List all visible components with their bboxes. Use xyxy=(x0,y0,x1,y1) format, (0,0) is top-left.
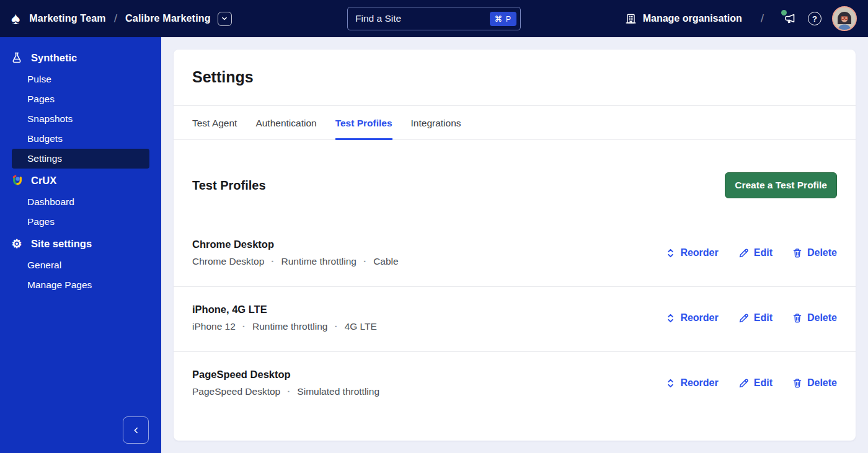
sidebar-item-general[interactable]: General xyxy=(12,255,149,275)
sidebar-item-manage-pages[interactable]: Manage Pages xyxy=(12,275,149,295)
profile-info: Chrome Desktop Chrome Desktop Runtime th… xyxy=(192,239,399,267)
section-title: Test Profiles xyxy=(192,178,266,193)
sidebar-section-site-settings[interactable]: ⚙ Site settings xyxy=(0,232,161,255)
delete-label: Delete xyxy=(807,247,837,258)
sidebar-item-label: Pulse xyxy=(27,74,51,85)
delete-button[interactable]: Delete xyxy=(792,312,837,323)
profile-name: Chrome Desktop xyxy=(192,239,399,250)
sidebar-item-settings[interactable]: Settings xyxy=(12,149,149,169)
search-placeholder: Find a Site xyxy=(355,13,490,24)
profile-detail: Cable xyxy=(356,256,399,267)
pencil-icon xyxy=(738,313,749,323)
reorder-button[interactable]: Reorder xyxy=(666,312,718,323)
sidebar-section-label: Synthetic xyxy=(31,52,77,64)
profile-name: iPhone, 4G LTE xyxy=(192,304,377,315)
sidebar-item-crux-pages[interactable]: Pages xyxy=(12,212,149,232)
profile-detail: Runtime throttling xyxy=(236,321,328,332)
test-profile-row: Chrome Desktop Chrome Desktop Runtime th… xyxy=(174,222,856,286)
trash-icon xyxy=(792,313,802,323)
reorder-icon xyxy=(666,248,675,258)
chevron-left-icon xyxy=(132,426,140,434)
sidebar-item-pages[interactable]: Pages xyxy=(12,89,149,109)
gear-icon: ⚙ xyxy=(10,238,24,250)
sidebar-collapse-button[interactable] xyxy=(123,416,149,444)
reorder-button[interactable]: Reorder xyxy=(666,377,718,389)
edit-label: Edit xyxy=(754,312,773,323)
sidebar-item-label: Settings xyxy=(27,153,62,164)
edit-button[interactable]: Edit xyxy=(738,247,773,258)
settings-tabs: Test Agent Authentication Test Profiles … xyxy=(174,105,856,140)
reorder-label: Reorder xyxy=(680,247,718,258)
profile-details: iPhone 12 Runtime throttling 4G LTE xyxy=(192,321,377,332)
pencil-icon xyxy=(738,378,749,389)
profile-detail: 4G LTE xyxy=(327,321,376,332)
notification-dot xyxy=(781,10,787,15)
sidebar-item-label: General xyxy=(27,260,61,271)
sidebar-item-pulse[interactable]: Pulse xyxy=(12,69,149,89)
flask-icon xyxy=(10,51,24,64)
team-name-link[interactable]: Marketing Team xyxy=(29,13,105,24)
tab-authentication[interactable]: Authentication xyxy=(255,106,316,140)
profile-detail: iPhone 12 xyxy=(192,321,236,332)
sidebar-section-crux[interactable]: CrUX xyxy=(0,169,161,192)
sidebar-section-label: CrUX xyxy=(31,175,56,187)
app-logo-spade-icon[interactable]: ♠ xyxy=(11,11,20,27)
sidebar-item-label: Manage Pages xyxy=(27,279,92,291)
tab-integrations[interactable]: Integrations xyxy=(411,106,461,140)
tab-test-profiles[interactable]: Test Profiles xyxy=(335,106,392,140)
edit-label: Edit xyxy=(754,377,773,389)
edit-button[interactable]: Edit xyxy=(738,377,773,389)
delete-button[interactable]: Delete xyxy=(792,247,837,258)
manage-organisation-link[interactable]: Manage organisation xyxy=(625,13,742,25)
main-content: Settings Test Agent Authentication Test … xyxy=(161,37,868,453)
profile-detail: Runtime throttling xyxy=(264,256,356,267)
sidebar-item-label: Budgets xyxy=(27,133,63,144)
announcements-button[interactable] xyxy=(782,11,797,26)
reorder-button[interactable]: Reorder xyxy=(666,247,718,258)
avatar-illustration xyxy=(833,7,856,30)
sidebar-item-label: Pages xyxy=(27,94,55,105)
edit-label: Edit xyxy=(754,247,773,258)
sidebar-item-label: Snapshots xyxy=(27,113,73,125)
sidebar: Synthetic Pulse Pages Snapshots Budgets … xyxy=(0,37,161,453)
profile-detail: Chrome Desktop xyxy=(192,256,264,267)
reorder-label: Reorder xyxy=(680,377,718,389)
section-header: Test Profiles Create a Test Profile xyxy=(174,140,856,222)
create-test-profile-button[interactable]: Create a Test Profile xyxy=(725,172,837,198)
delete-label: Delete xyxy=(807,377,837,389)
row-actions: Reorder Edit Delete xyxy=(666,377,837,389)
tab-test-agent[interactable]: Test Agent xyxy=(192,106,237,140)
site-name-link[interactable]: Calibre Marketing xyxy=(125,13,211,24)
sidebar-item-snapshots[interactable]: Snapshots xyxy=(12,109,149,129)
help-icon xyxy=(808,12,822,25)
reorder-label: Reorder xyxy=(680,312,718,323)
keyboard-shortcut-badge: ⌘ P xyxy=(490,12,516,26)
test-profile-row: iPhone, 4G LTE iPhone 12 Runtime throttl… xyxy=(174,286,856,351)
sidebar-section-synthetic[interactable]: Synthetic xyxy=(0,46,161,69)
help-button[interactable] xyxy=(808,12,822,25)
sidebar-item-dashboard[interactable]: Dashboard xyxy=(12,192,149,212)
profile-details: Chrome Desktop Runtime throttling Cable xyxy=(192,256,399,267)
settings-card: Settings Test Agent Authentication Test … xyxy=(174,50,856,441)
row-actions: Reorder Edit Delete xyxy=(666,247,837,258)
sidebar-item-budgets[interactable]: Budgets xyxy=(12,129,149,149)
sidebar-section-label: Site settings xyxy=(31,238,92,250)
user-avatar[interactable] xyxy=(832,6,857,31)
building-icon xyxy=(625,13,637,25)
profile-info: PageSpeed Desktop PageSpeed Desktop Simu… xyxy=(192,369,379,397)
edit-button[interactable]: Edit xyxy=(738,312,773,323)
topbar-separator: / xyxy=(761,12,764,25)
trash-icon xyxy=(792,378,802,389)
reorder-icon xyxy=(666,378,675,389)
manage-organisation-label: Manage organisation xyxy=(643,13,742,24)
breadcrumb-separator: / xyxy=(114,12,117,25)
crux-icon xyxy=(10,174,24,187)
find-site-search[interactable]: Find a Site ⌘ P xyxy=(347,7,521,30)
trash-icon xyxy=(792,248,802,258)
delete-label: Delete xyxy=(807,312,837,323)
site-switcher-button[interactable] xyxy=(218,12,232,26)
breadcrumb: ♠ Marketing Team / Calibre Marketing xyxy=(0,11,232,27)
reorder-icon xyxy=(666,313,675,323)
pencil-icon xyxy=(738,248,749,258)
delete-button[interactable]: Delete xyxy=(792,377,837,389)
